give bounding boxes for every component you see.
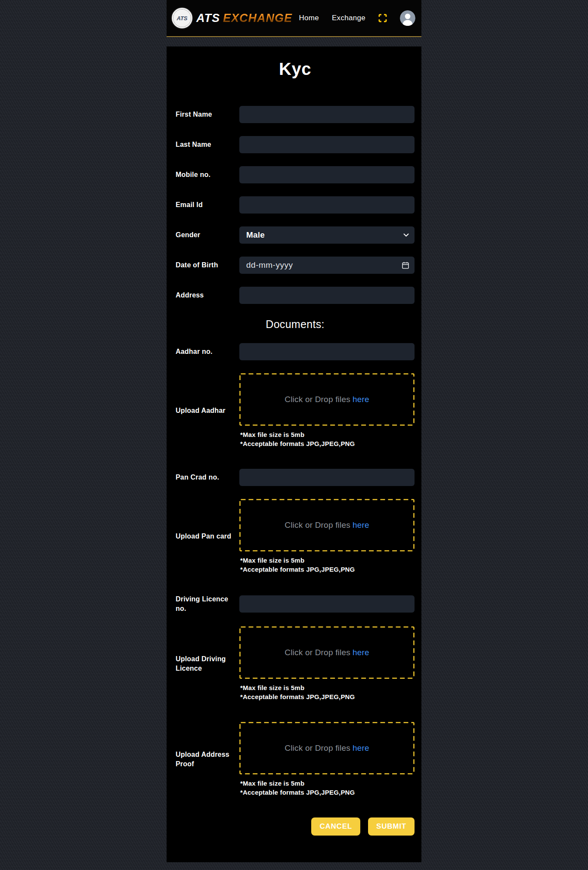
brand-name-primary: ATS xyxy=(196,12,220,25)
dob-placeholder: dd-mm-yyyy xyxy=(246,260,293,270)
brand-badge-text: ATS xyxy=(176,15,187,22)
user-avatar[interactable] xyxy=(400,10,415,26)
formats-note: *Acceptable formats JPG,JPEG,PNG xyxy=(239,565,415,574)
pan-number-row: Pan Crad no. xyxy=(176,469,415,486)
kyc-card: Kyc First Name Last Name Mobile no. Emai… xyxy=(167,46,421,862)
mobile-row: Mobile no. xyxy=(176,166,415,183)
driving-licence-upload-label: Upload Driving Licence xyxy=(176,654,239,673)
mobile-input[interactable] xyxy=(239,166,415,183)
first-name-label: First Name xyxy=(176,110,239,119)
dropzone-text: Click or Drop fileshere xyxy=(285,520,369,530)
cancel-button[interactable]: CANCEL xyxy=(311,817,360,836)
aadhar-number-row: Aadhar no. xyxy=(176,343,415,360)
address-proof-upload-label: Upload Address Proof xyxy=(176,750,239,769)
gender-row: Gender Male xyxy=(176,226,415,244)
form-actions: CANCEL SUBMIT xyxy=(176,817,415,836)
address-input[interactable] xyxy=(239,287,415,304)
address-proof-dropzone[interactable]: Click or Drop fileshere xyxy=(239,722,415,774)
max-size-note: *Max file size is 5mb xyxy=(239,430,415,439)
gender-selected-value: Male xyxy=(246,230,265,240)
calendar-icon[interactable] xyxy=(402,262,409,269)
formats-note: *Acceptable formats JPG,JPEG,PNG xyxy=(239,788,415,797)
email-row: Email Id xyxy=(176,196,415,214)
max-size-note: *Max file size is 5mb xyxy=(239,683,415,692)
dropzone-here-link[interactable]: here xyxy=(353,648,369,657)
gender-label: Gender xyxy=(176,230,239,240)
email-input[interactable] xyxy=(239,196,415,214)
address-proof-upload-row: Upload Address Proof Click or Drop files… xyxy=(176,722,415,797)
first-name-row: First Name xyxy=(176,106,415,123)
nav-link-home[interactable]: Home xyxy=(299,14,319,22)
brand-logo[interactable]: ATS ATS EXCHANGE xyxy=(171,7,292,29)
driving-licence-dropzone[interactable]: Click or Drop fileshere xyxy=(239,626,415,679)
pan-upload-label: Upload Pan card xyxy=(176,532,239,541)
address-row: Address xyxy=(176,287,415,304)
last-name-row: Last Name xyxy=(176,136,415,153)
brand-badge-icon: ATS xyxy=(171,7,193,29)
dropzone-here-link[interactable]: here xyxy=(353,395,369,404)
dob-input[interactable]: dd-mm-yyyy xyxy=(239,257,415,274)
nav-links: Home Exchange xyxy=(299,10,415,26)
documents-heading: Documents: xyxy=(176,317,415,332)
max-size-note: *Max file size is 5mb xyxy=(239,779,415,788)
driving-licence-number-label: Driving Licence no. xyxy=(176,594,239,613)
dropzone-text: Click or Drop fileshere xyxy=(285,648,369,657)
dropzone-here-link[interactable]: here xyxy=(353,743,369,752)
pan-number-input[interactable] xyxy=(239,469,415,486)
pan-number-label: Pan Crad no. xyxy=(176,473,239,482)
aadhar-upload-label: Upload Aadhar xyxy=(176,406,239,415)
aadhar-dropzone[interactable]: Click or Drop fileshere xyxy=(239,373,415,426)
mobile-label: Mobile no. xyxy=(176,170,239,180)
dob-label: Date of Birth xyxy=(176,260,239,270)
dob-row: Date of Birth dd-mm-yyyy xyxy=(176,257,415,274)
submit-button[interactable]: SUBMIT xyxy=(368,817,415,836)
aadhar-upload-row: Upload Aadhar Click or Drop fileshere *M… xyxy=(176,373,415,448)
page-title: Kyc xyxy=(176,59,415,79)
driving-licence-number-row: Driving Licence no. xyxy=(176,594,415,613)
formats-note: *Acceptable formats JPG,JPEG,PNG xyxy=(239,692,415,701)
last-name-input[interactable] xyxy=(239,136,415,153)
aadhar-number-label: Aadhar no. xyxy=(176,347,239,356)
driving-licence-number-input[interactable] xyxy=(239,595,415,613)
last-name-label: Last Name xyxy=(176,140,239,149)
aadhar-number-input[interactable] xyxy=(239,343,415,360)
email-label: Email Id xyxy=(176,200,239,210)
brand-name: ATS EXCHANGE xyxy=(196,12,292,25)
pan-upload-row: Upload Pan card Click or Drop fileshere … xyxy=(176,499,415,574)
fullscreen-icon[interactable] xyxy=(378,14,387,22)
address-label: Address xyxy=(176,291,239,300)
dropzone-text: Click or Drop fileshere xyxy=(285,743,369,753)
pan-dropzone[interactable]: Click or Drop fileshere xyxy=(239,499,415,551)
formats-note: *Acceptable formats JPG,JPEG,PNG xyxy=(239,439,415,448)
brand-name-secondary: EXCHANGE xyxy=(223,12,292,25)
driving-licence-upload-row: Upload Driving Licence Click or Drop fil… xyxy=(176,626,415,701)
max-size-note: *Max file size is 5mb xyxy=(239,556,415,565)
chevron-down-icon xyxy=(403,233,409,237)
dropzone-here-link[interactable]: here xyxy=(353,520,369,529)
dropzone-text: Click or Drop fileshere xyxy=(285,395,369,404)
gender-select[interactable]: Male xyxy=(239,226,415,244)
top-navbar: ATS ATS EXCHANGE Home Exchange xyxy=(167,0,421,37)
first-name-input[interactable] xyxy=(239,106,415,123)
nav-link-exchange[interactable]: Exchange xyxy=(332,14,365,22)
